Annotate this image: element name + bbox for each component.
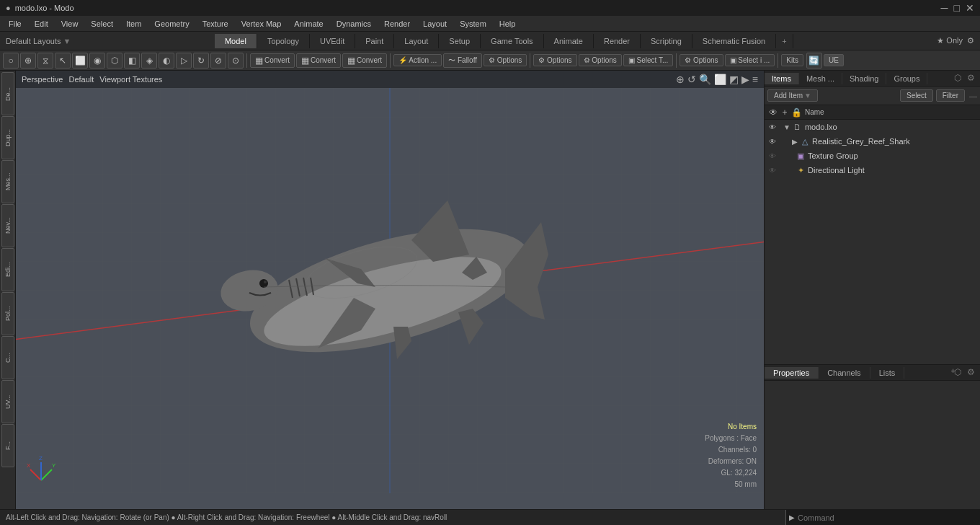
vp-menu-icon[interactable]: ≡ [752, 74, 758, 85]
command-input[interactable] [798, 513, 977, 522]
command-input-wrap[interactable]: ▶ [785, 510, 980, 525]
gear-icon[interactable]: ⚙ [967, 36, 974, 45]
ue-button[interactable]: UE [824, 54, 844, 66]
tab-animate[interactable]: Animate [544, 34, 594, 48]
tb-move-tool[interactable]: ↖ [55, 53, 71, 69]
tb-select-tool[interactable]: ○ [3, 53, 19, 69]
menu-view[interactable]: View [55, 18, 84, 30]
items-expand-icon[interactable]: ⬡ [952, 72, 963, 84]
vp-fit-icon[interactable]: ⊕ [676, 74, 685, 85]
menu-layout[interactable]: Layout [417, 18, 453, 30]
vp-split-icon[interactable]: ◩ [729, 74, 739, 85]
viewport[interactable]: Perspective Default Viewport Textures ⊕ … [16, 71, 764, 509]
select-i-button[interactable]: ▣ Select i ... [725, 54, 775, 66]
tb-rotate-tool[interactable]: ◉ [89, 53, 105, 69]
expand-root[interactable]: ▼ [783, 123, 790, 131]
expand-shark[interactable]: ▶ [792, 138, 798, 146]
tb-transform-tool[interactable]: ⧖ [37, 53, 53, 69]
menu-animate[interactable]: Animate [288, 18, 329, 30]
list-item-root[interactable]: 👁 ▼ 🗋 modo.lxo [765, 120, 980, 134]
viewport-shading[interactable]: Default [68, 75, 94, 84]
plus-header-icon[interactable]: + [779, 107, 790, 118]
tb-mirror-tool[interactable]: ⊘ [210, 53, 226, 69]
tb-loop-tool[interactable]: ◐ [159, 53, 174, 69]
left-tool-uv[interactable]: UV... [1, 380, 14, 423]
items-tab-groups[interactable]: Groups [886, 73, 927, 84]
prop-gear-icon[interactable]: ⚙ [965, 366, 977, 378]
tb-refresh-icon[interactable]: 🔄 [806, 53, 822, 69]
left-tool-new[interactable]: Nev... [1, 204, 14, 247]
menu-vertexmap[interactable]: Vertex Map [236, 18, 288, 30]
select-button[interactable]: Select [900, 89, 933, 102]
tab-uvedit[interactable]: UVEdit [310, 34, 355, 48]
menu-texture[interactable]: Texture [197, 18, 234, 30]
options-button-3[interactable]: ⚙ Options [579, 54, 622, 66]
prop-tab-channels[interactable]: Channels [819, 367, 870, 379]
items-tab-items[interactable]: Items [765, 73, 799, 84]
minimize-button[interactable]: ─ [941, 2, 948, 14]
tb-vert-tool[interactable]: ◈ [141, 53, 157, 69]
eye-toggle-root[interactable]: 👁 [767, 122, 778, 132]
menu-dynamics[interactable]: Dynamics [331, 18, 377, 30]
tb-bevel-tool[interactable]: ▷ [176, 53, 192, 69]
close-button[interactable]: ✕ [966, 2, 974, 14]
left-tool-mesh[interactable]: Mes... [1, 160, 14, 203]
menu-render[interactable]: Render [378, 18, 416, 30]
menu-file[interactable]: File [3, 18, 27, 30]
tab-model[interactable]: Model [215, 34, 257, 48]
left-tool-deform[interactable]: De... [1, 72, 14, 115]
list-item-shark[interactable]: 👁 ▶ △ Realistic_Grey_Reef_Shark [765, 134, 980, 149]
prop-expand-icon[interactable]: ⬡ [952, 366, 963, 378]
vp-play-icon[interactable]: ▶ [741, 74, 749, 85]
tab-add[interactable]: + [776, 34, 793, 48]
viewport-camera[interactable]: Perspective [22, 75, 63, 84]
tab-gametools[interactable]: Game Tools [481, 34, 544, 48]
menu-edit[interactable]: Edit [29, 18, 54, 30]
vp-rotate-icon[interactable]: ↺ [687, 74, 696, 85]
options-button-4[interactable]: ⚙ Options [680, 54, 723, 66]
kits-button[interactable]: Kits [781, 54, 803, 66]
tb-world-tool[interactable]: ⊕ [20, 53, 36, 69]
items-tab-shading[interactable]: Shading [842, 73, 886, 84]
star-only-button[interactable]: ★ Only [937, 36, 963, 45]
left-tool-duplicate[interactable]: Dup... [1, 116, 14, 159]
falloff-button[interactable]: 〜 Falloff [443, 53, 482, 68]
tb-edge-tool[interactable]: ◧ [124, 53, 140, 69]
items-list[interactable]: 👁 ▼ 🗋 modo.lxo 👁 ▶ △ Realistic_Grey_Reef… [765, 120, 980, 364]
list-item-texgroup[interactable]: 👁 ▣ Texture Group [765, 149, 980, 163]
left-tool-c[interactable]: C... [1, 336, 14, 379]
eye-toggle-texgroup[interactable]: 👁 [767, 151, 778, 161]
tab-topology[interactable]: Topology [257, 34, 310, 48]
vp-zoom-icon[interactable]: 🔍 [699, 74, 711, 85]
menu-help[interactable]: Help [494, 18, 522, 30]
maximize-button[interactable]: □ [954, 2, 960, 14]
lock-header-icon[interactable]: 🔒 [790, 107, 802, 118]
action-button[interactable]: ⚡ Action ... [393, 54, 442, 66]
tb-extrude-tool[interactable]: ↻ [193, 53, 209, 69]
viewport-display[interactable]: Viewport Textures [99, 75, 162, 84]
list-item-light[interactable]: 👁 ✦ Directional Light [765, 163, 980, 177]
prop-tab-lists[interactable]: Lists [870, 367, 905, 379]
eye-toggle-light[interactable]: 👁 [767, 165, 778, 175]
left-tool-edit[interactable]: Edi... [1, 248, 14, 291]
layout-selector[interactable]: Default Layouts ▼ [0, 37, 76, 45]
menu-system[interactable]: System [454, 18, 492, 30]
select-t-button[interactable]: ▣ Select T... [623, 54, 674, 66]
filter-button[interactable]: Filter [936, 89, 965, 102]
add-item-button[interactable]: Add Item ▼ [767, 89, 818, 102]
items-tab-mesh[interactable]: Mesh ... [799, 73, 842, 84]
vp-view-icon[interactable]: ⬜ [714, 74, 726, 85]
left-tool-polygon[interactable]: Pol... [1, 292, 14, 335]
items-minus-icon[interactable]: — [969, 92, 977, 100]
left-tool-f[interactable]: F... [1, 424, 14, 467]
tab-layout[interactable]: Layout [394, 34, 439, 48]
eye-toggle-shark[interactable]: 👁 [767, 136, 778, 146]
tab-paint[interactable]: Paint [355, 34, 394, 48]
tab-schematic[interactable]: Schematic Fusion [692, 34, 776, 48]
options-button-2[interactable]: ⚙ Options [533, 54, 576, 66]
menu-geometry[interactable]: Geometry [148, 18, 195, 30]
tb-poly-tool[interactable]: ⬡ [107, 53, 122, 69]
convert-button-3[interactable]: ▦ Convert [342, 53, 387, 68]
tab-setup[interactable]: Setup [439, 34, 481, 48]
menu-item[interactable]: Item [120, 18, 147, 30]
